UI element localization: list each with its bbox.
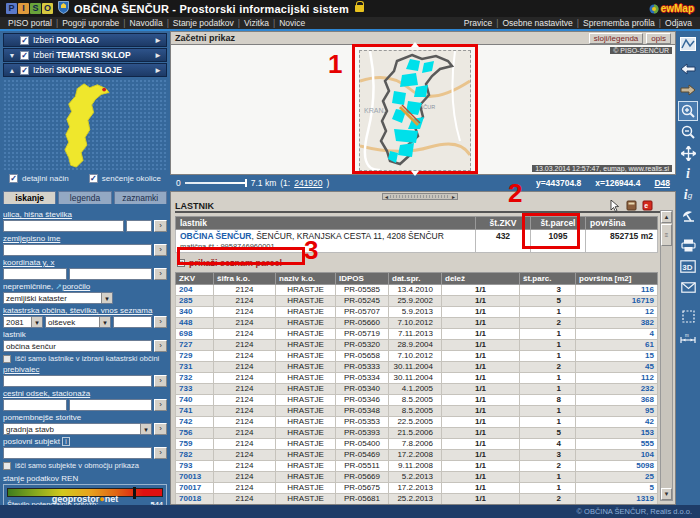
checkbox-detajlni[interactable]: ✓ — [9, 174, 18, 183]
owner-filter-option[interactable]: išči samo lastnike v izbrani katastrski … — [3, 354, 167, 363]
cell[interactable]: 61 — [576, 340, 658, 351]
cell[interactable]: 25 — [576, 472, 658, 483]
resident-label[interactable]: prebivalec — [3, 365, 167, 374]
table-row[interactable]: 7562124HRASTJEPR-0539321.5.20061/15153 — [176, 428, 658, 439]
3d-icon[interactable]: 3D — [678, 256, 698, 276]
cell[interactable]: 731 — [176, 362, 214, 373]
realestate-select[interactable]: zemljiški kataster▾ — [3, 292, 113, 304]
cell[interactable]: 555 — [576, 439, 658, 450]
tab-legenda[interactable]: legenda — [58, 191, 111, 204]
checkbox-podlago[interactable]: ✓ — [20, 36, 29, 45]
street-label[interactable]: ulica, hišna številka — [3, 210, 167, 219]
zoom-out-icon[interactable] — [678, 122, 698, 142]
menu-pravice[interactable]: Pravice — [464, 18, 503, 28]
owner-search-button[interactable]: › — [154, 340, 167, 352]
brand-logo[interactable]: ewMap — [649, 3, 694, 14]
chevron-right-icon[interactable]: ► — [154, 36, 162, 45]
panel-header-skupne-sloje[interactable]: ▲ ✓ Izberi SKUPNE SLOJE ► — [3, 63, 167, 77]
option-detajlni-nacin[interactable]: ✓ detajlni način — [9, 174, 69, 183]
cell[interactable]: 382 — [576, 318, 658, 329]
table-row[interactable]: 700172124HRASTJEPR-0567517.2.20131/115 — [176, 483, 658, 494]
mail-icon[interactable] — [678, 277, 698, 297]
horizontal-scrollbar[interactable]: ◄► — [382, 193, 458, 200]
menu-piso-portal[interactable]: PISO portal — [8, 18, 62, 28]
table-row[interactable]: 7412124HRASTJEPR-053488.5.20051/1195 — [176, 406, 658, 417]
table-row[interactable]: 7822124HRASTJEPR-0546917.2.20081/13104 — [176, 450, 658, 461]
scroll-down-button[interactable]: ▼ — [661, 488, 672, 500]
cell[interactable]: 12 — [576, 307, 658, 318]
coordinate-x-input[interactable] — [69, 268, 152, 280]
menu-stanje-podatkov[interactable]: Stanje podatkov — [173, 18, 244, 28]
road-station-input[interactable] — [69, 399, 152, 411]
parcel-number-input[interactable] — [113, 316, 152, 328]
menu-osebne-nastavitve[interactable]: Osebne nastavitve — [502, 18, 583, 28]
geo-name-label[interactable]: zemljepisno ime — [3, 234, 167, 243]
table-row[interactable]: 7272124HRASTJEPR-0532028.9.20041/1161 — [176, 340, 658, 351]
checkbox-owner-filter[interactable] — [3, 355, 11, 363]
chevron-right-icon[interactable]: ► — [154, 51, 162, 60]
coordinate-y-input[interactable] — [3, 268, 67, 280]
table-row[interactable]: 7292124HRASTJEPR-056587.10.20121/1115 — [176, 351, 658, 362]
road-section-input[interactable] — [3, 399, 67, 411]
table-row[interactable]: 7332124HRASTJEPR-053404.1.20051/11232 — [176, 384, 658, 395]
cell[interactable]: 116 — [576, 285, 658, 296]
resident-search-button[interactable]: › — [154, 375, 167, 387]
tab-zaznamki[interactable]: zaznamki — [114, 191, 167, 204]
table-row[interactable]: 2852124HRASTJEPR-0524525.9.20021/1516719 — [176, 296, 658, 307]
back-arrow-icon[interactable] — [678, 59, 698, 79]
cell[interactable]: 70018 — [176, 494, 214, 505]
street-input[interactable] — [3, 220, 124, 232]
cell[interactable]: 340 — [176, 307, 214, 318]
street-search-button[interactable]: › — [154, 220, 167, 232]
sloji-legenda-button[interactable]: sloji/legenda — [589, 33, 643, 44]
owner-name-link[interactable]: OBČINA ŠENČUR — [180, 231, 251, 241]
cell[interactable]: 95 — [576, 406, 658, 417]
option-sencenje-okolice[interactable]: ✓ senčenje okolice — [89, 174, 161, 183]
cell[interactable]: 5 — [576, 483, 658, 494]
cell[interactable]: 42 — [576, 417, 658, 428]
print-icon[interactable] — [678, 235, 698, 255]
cell[interactable]: 153 — [576, 428, 658, 439]
show-parcel-list-link[interactable]: prikaži seznam parcel — [189, 258, 282, 268]
cell[interactable]: 204 — [176, 285, 214, 296]
house-number-input[interactable] — [126, 220, 152, 232]
chevron-up-icon[interactable]: ▲ — [8, 67, 16, 74]
business-input[interactable] — [3, 447, 152, 459]
cell[interactable]: 698 — [176, 329, 214, 340]
table-row[interactable]: 4482124HRASTJEPR-056607.10.20121/12382 — [176, 318, 658, 329]
menu-vizitka[interactable]: Vizitka — [244, 18, 279, 28]
geo-name-search-button[interactable]: › — [154, 244, 167, 256]
panel-header-podlago[interactable]: ✓ Izberi PODLAGO ► — [3, 33, 167, 47]
cadastral-search-button[interactable]: › — [154, 316, 167, 328]
cell[interactable]: 733 — [176, 384, 214, 395]
table-row[interactable]: 7322124HRASTJEPR-0533430.11.20041/11112 — [176, 373, 658, 384]
cell[interactable]: 70013 — [176, 472, 214, 483]
road-search-button[interactable]: › — [154, 399, 167, 411]
checkbox-tematski-sklop[interactable]: ✓ — [20, 51, 29, 60]
table-row[interactable]: 3402124HRASTJEPR-057075.9.20131/1112 — [176, 307, 658, 318]
cell[interactable]: 729 — [176, 351, 214, 362]
map-canvas[interactable]: © PISO-ŠENČUR KRANJ ŠENČUR — [170, 45, 676, 175]
menu-sprememba-profila[interactable]: Sprememba profila — [583, 18, 665, 28]
menu-odjava[interactable]: Odjava — [665, 18, 692, 28]
table-row[interactable]: 7402124HRASTJEPR-053468.5.20051/18368 — [176, 395, 658, 406]
info-badge-icon[interactable]: i — [62, 437, 69, 446]
table-row[interactable]: 7592124HRASTJEPR-054007.8.20061/14555 — [176, 439, 658, 450]
cell[interactable]: 70017 — [176, 483, 214, 494]
collapse-icon[interactable]: ✕ — [177, 259, 185, 267]
cell[interactable]: 368 — [576, 395, 658, 406]
cell[interactable]: 742 — [176, 417, 214, 428]
overview-map-icon[interactable] — [678, 34, 698, 54]
table-row[interactable]: 2042124HRASTJEPR-0558513.4.20101/13116 — [176, 285, 658, 296]
scroll-up-button[interactable]: ▲ — [661, 211, 672, 223]
checkbox-business-filter[interactable] — [3, 462, 11, 470]
table-row[interactable]: 7422124HRASTJEPR-0535322.5.20051/1142 — [176, 417, 658, 428]
cell[interactable]: 759 — [176, 439, 214, 450]
measure-icon[interactable]: m — [678, 327, 698, 347]
select-cursor-icon[interactable] — [609, 200, 621, 212]
cell[interactable]: 1319 — [576, 494, 658, 505]
checkbox-skupne-sloje[interactable]: ✓ — [20, 66, 29, 75]
opis-button[interactable]: opis — [646, 33, 671, 44]
map-thumbnail[interactable]: KRANJ ŠENČUR — [359, 50, 471, 171]
chevron-down-icon[interactable]: ▼ — [8, 52, 16, 59]
